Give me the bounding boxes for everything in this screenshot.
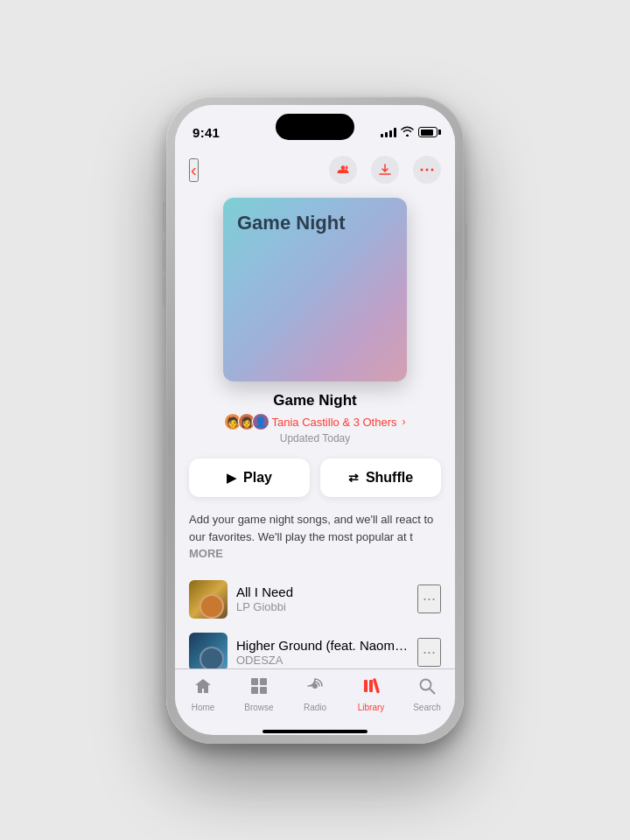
signal-icon	[381, 127, 396, 137]
status-icons	[381, 126, 438, 139]
song-title-2: Higher Ground (feat. Naomi Wil...	[236, 638, 409, 653]
avatar-group: 🧑 👩 👤	[224, 413, 266, 430]
collaborator-text: Tania Castillo & 3 Others	[271, 416, 396, 429]
action-buttons: ▶ Play ⇄ Shuffle	[175, 458, 455, 508]
tab-browse-label: Browse	[244, 703, 273, 712]
svg-rect-6	[260, 678, 267, 685]
friends-button[interactable]	[329, 156, 357, 184]
album-art-title: Game Night	[237, 212, 345, 234]
svg-rect-10	[364, 680, 368, 692]
svg-rect-7	[251, 687, 258, 694]
main-content: ‹	[175, 149, 455, 668]
song-info-1: All I Need LP Giobbi	[236, 584, 409, 613]
wifi-icon	[401, 126, 414, 139]
tab-bar: Home Browse	[175, 668, 455, 726]
shuffle-button[interactable]: ⇄ Shuffle	[320, 458, 441, 497]
song-artist-2: ODESZA	[236, 654, 409, 667]
play-icon: ▶	[227, 471, 236, 485]
home-icon	[193, 676, 213, 700]
nav-actions	[329, 156, 441, 184]
svg-line-13	[430, 689, 435, 694]
updated-text: Updated Today	[224, 432, 405, 444]
tab-radio[interactable]: Radio	[287, 676, 343, 712]
home-indicator	[262, 730, 368, 733]
song-list: All I Need LP Giobbi ··· Higher Ground (…	[175, 573, 455, 669]
play-button[interactable]: ▶ Play	[189, 458, 310, 497]
playlist-info: Game Night 🧑 👩 👤 Tania Castillo & 3 Othe…	[224, 392, 405, 444]
radio-icon	[305, 676, 325, 700]
shuffle-icon: ⇄	[348, 471, 359, 485]
svg-point-0	[421, 169, 424, 172]
svg-rect-8	[260, 687, 267, 694]
list-item: All I Need LP Giobbi ···	[175, 573, 455, 626]
download-button[interactable]	[371, 156, 399, 184]
playlist-description: Add your game night songs, and we'll all…	[175, 508, 455, 573]
phone-frame: 9:41	[166, 96, 464, 744]
tab-search-label: Search	[413, 703, 441, 712]
playlist-name: Game Night	[224, 392, 405, 410]
library-icon	[361, 676, 381, 700]
tab-browse[interactable]: Browse	[231, 676, 287, 712]
status-time: 9:41	[192, 125, 220, 140]
battery-icon	[418, 127, 438, 137]
tab-search[interactable]: Search	[399, 676, 455, 712]
song-more-button-2[interactable]: ···	[417, 638, 441, 667]
tab-library-label: Library	[358, 703, 385, 712]
song-thumb-1	[189, 580, 228, 619]
song-artist-1: LP Giobbi	[236, 600, 409, 613]
status-bar: 9:41	[175, 105, 455, 149]
shuffle-label: Shuffle	[366, 470, 413, 486]
svg-point-2	[431, 169, 434, 172]
album-art: Game Night	[223, 198, 407, 382]
collaborators-row[interactable]: 🧑 👩 👤 Tania Castillo & 3 Others ›	[224, 413, 405, 430]
tab-radio-label: Radio	[304, 703, 326, 712]
browse-icon	[249, 676, 269, 700]
song-thumb-2	[189, 633, 228, 668]
back-button[interactable]: ‹	[189, 158, 199, 182]
chevron-right-icon: ›	[402, 416, 406, 428]
phone-screen: 9:41	[175, 105, 455, 735]
svg-point-12	[421, 680, 431, 690]
song-info-2: Higher Ground (feat. Naomi Wil... ODESZA	[236, 638, 409, 667]
tab-library[interactable]: Library	[343, 676, 399, 712]
tab-home-label: Home	[192, 703, 215, 712]
play-label: Play	[243, 470, 272, 486]
svg-rect-5	[251, 678, 258, 685]
search-icon	[417, 676, 437, 700]
tab-home[interactable]: Home	[175, 676, 231, 712]
more-link[interactable]: MORE	[189, 547, 223, 560]
list-item: Higher Ground (feat. Naomi Wil... ODESZA…	[175, 626, 455, 668]
dynamic-island	[276, 114, 354, 140]
avatar-3: 👤	[252, 413, 270, 430]
svg-point-1	[426, 169, 429, 172]
top-nav: ‹	[175, 149, 455, 191]
song-more-button-1[interactable]: ···	[417, 584, 441, 613]
svg-rect-11	[369, 680, 373, 692]
song-title-1: All I Need	[236, 584, 409, 599]
more-button[interactable]	[413, 156, 441, 184]
album-section: Game Night Game Night 🧑 👩 👤 Tania Castil…	[175, 191, 455, 458]
